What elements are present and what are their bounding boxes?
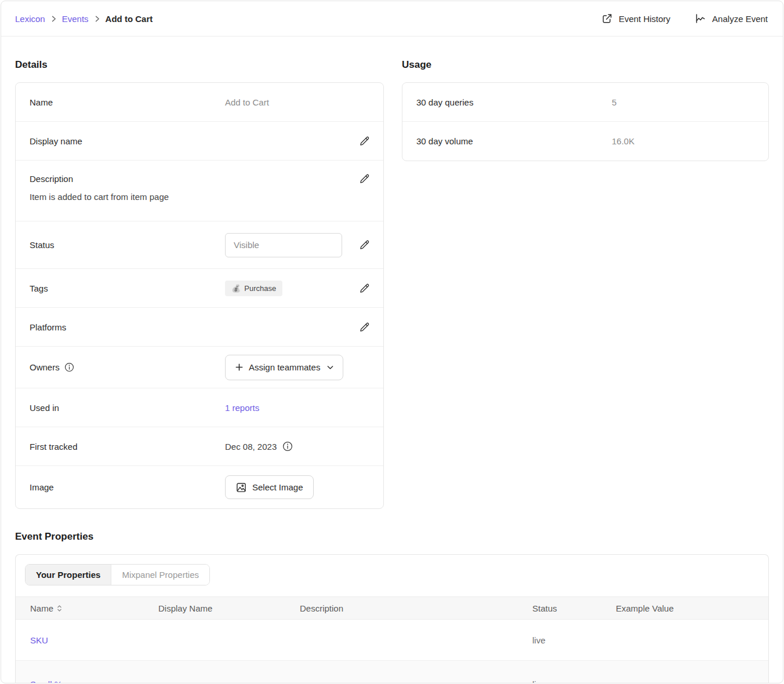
event-properties-section: Event Properties Your Properties Mixpane… <box>15 530 769 683</box>
chevron-right-icon <box>94 16 100 22</box>
usage-volume-value: 16.0K <box>612 136 634 146</box>
sort-icon <box>57 605 62 612</box>
breadcrumb-events[interactable]: Events <box>62 14 89 24</box>
detail-row-description: Description Item is added to cart from i… <box>16 161 383 221</box>
money-bag-icon: 💰 <box>231 284 241 293</box>
info-icon[interactable] <box>282 441 293 452</box>
tab-your-properties[interactable]: Your Properties <box>26 565 111 585</box>
line-chart-icon <box>695 13 706 24</box>
used-in-label: Used in <box>30 403 225 413</box>
top-bar: Lexicon Events Add to Cart Event History <box>1 1 783 37</box>
chevron-right-icon <box>50 16 57 22</box>
name-value: Add to Cart <box>225 97 372 107</box>
description-label: Description <box>30 174 73 184</box>
column-header-display-name: Display Name <box>158 603 300 613</box>
pencil-icon <box>358 239 371 251</box>
status-label: Status <box>30 240 225 250</box>
plus-icon <box>235 363 244 372</box>
detail-row-used-in: Used in 1 reports <box>16 388 383 427</box>
event-properties-title: Event Properties <box>15 530 769 544</box>
info-icon[interactable] <box>64 362 74 372</box>
status-value-box[interactable]: Visible <box>225 233 342 257</box>
first-tracked-label: First tracked <box>30 442 225 452</box>
usage-volume-label: 30 day volume <box>416 136 612 146</box>
assign-teammates-label: Assign teammates <box>249 362 320 372</box>
details-card: Name Add to Cart Display name <box>15 82 384 509</box>
event-properties-card: Your Properties Mixpanel Properties Name… <box>15 554 769 683</box>
assign-teammates-button[interactable]: Assign teammates <box>225 355 343 380</box>
pencil-icon <box>358 282 371 294</box>
column-header-description: Description <box>300 603 532 613</box>
usage-row-volume: 30 day volume 16.0K <box>402 122 768 161</box>
detail-row-tags: Tags 💰 Purchase <box>16 269 383 308</box>
detail-row-first-tracked: First tracked Dec 08, 2023 <box>16 427 383 466</box>
breadcrumb-lexicon[interactable]: Lexicon <box>15 14 45 24</box>
column-header-status: Status <box>532 603 616 613</box>
name-label: Name <box>30 97 225 107</box>
first-tracked-value: Dec 08, 2023 <box>225 442 277 452</box>
used-in-reports-link[interactable]: 1 reports <box>225 403 259 413</box>
edit-status-button[interactable] <box>357 238 372 253</box>
property-status: live <box>532 635 616 645</box>
column-header-example-value: Example Value <box>616 603 768 613</box>
event-history-button[interactable]: Event History <box>601 13 670 24</box>
lexicon-event-detail-page: Lexicon Events Add to Cart Event History <box>1 1 783 683</box>
detail-row-name: Name Add to Cart <box>16 83 383 122</box>
image-label: Image <box>30 482 225 492</box>
analyze-event-button[interactable]: Analyze Event <box>695 13 768 24</box>
property-name-link[interactable]: SKU <box>16 635 158 645</box>
edit-platforms-button[interactable] <box>357 319 372 334</box>
table-row[interactable]: SKU live <box>16 620 768 661</box>
details-title: Details <box>15 58 384 72</box>
pencil-icon <box>358 135 371 147</box>
properties-table-header: Name Display Name Description Status Exa… <box>16 596 768 620</box>
analyze-event-label: Analyze Event <box>712 14 768 24</box>
property-status: live <box>532 679 616 684</box>
chevron-down-icon <box>327 365 333 370</box>
column-header-name[interactable]: Name <box>16 603 158 613</box>
pencil-icon <box>358 173 371 185</box>
properties-tabs: Your Properties Mixpanel Properties <box>25 564 210 585</box>
usage-title: Usage <box>402 58 769 72</box>
select-image-label: Select Image <box>252 482 303 492</box>
detail-row-owners: Owners Assign teammates <box>16 347 383 388</box>
event-history-label: Event History <box>619 14 670 24</box>
tags-label: Tags <box>30 283 225 293</box>
header-actions: Event History Analyze Event <box>601 13 768 24</box>
edit-display-name-button[interactable] <box>357 133 372 148</box>
external-link-icon <box>601 13 613 24</box>
usage-section: Usage 30 day queries 5 30 day volume 16.… <box>402 58 769 509</box>
detail-row-platforms: Platforms <box>16 308 383 347</box>
description-value: Item is added to cart from item page <box>30 192 372 202</box>
details-section: Details Name Add to Cart Display name <box>15 58 384 509</box>
owners-label: Owners <box>30 362 60 372</box>
platforms-label: Platforms <box>30 322 225 332</box>
usage-card: 30 day queries 5 30 day volume 16.0K <box>402 82 769 161</box>
tag-badge-purchase[interactable]: 💰 Purchase <box>225 281 282 296</box>
column-name-label: Name <box>30 603 53 613</box>
properties-table: Name Display Name Description Status Exa… <box>16 596 768 683</box>
table-row[interactable]: Scroll % live <box>16 661 768 683</box>
pencil-icon <box>358 321 371 333</box>
display-name-label: Display name <box>30 136 225 146</box>
detail-row-image: Image Select Image <box>16 466 383 508</box>
select-image-button[interactable]: Select Image <box>225 475 314 499</box>
property-name-link[interactable]: Scroll % <box>16 679 158 684</box>
tag-label: Purchase <box>244 284 276 293</box>
usage-queries-value: 5 <box>612 97 616 107</box>
edit-tags-button[interactable] <box>357 281 372 296</box>
detail-row-status: Status Visible <box>16 221 383 269</box>
breadcrumb-current: Add to Cart <box>106 14 153 24</box>
detail-row-display-name: Display name <box>16 122 383 161</box>
usage-queries-label: 30 day queries <box>416 97 612 107</box>
edit-description-button[interactable] <box>357 171 372 186</box>
tab-mixpanel-properties[interactable]: Mixpanel Properties <box>111 565 209 585</box>
usage-row-queries: 30 day queries 5 <box>402 83 768 122</box>
image-icon <box>235 482 247 493</box>
breadcrumb: Lexicon Events Add to Cart <box>15 14 153 24</box>
